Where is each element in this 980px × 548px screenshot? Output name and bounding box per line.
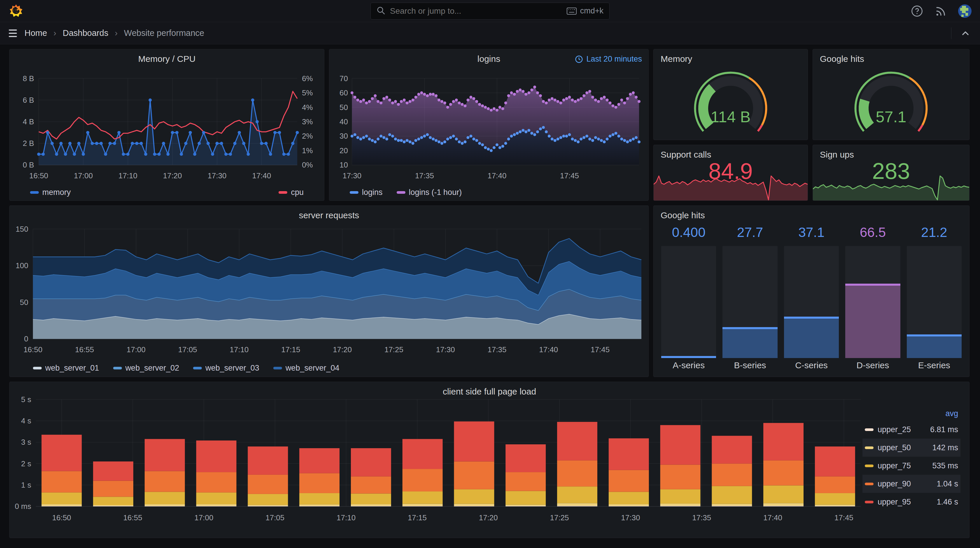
svg-text:20: 20	[339, 147, 348, 155]
bar-value: 0.400	[661, 225, 716, 244]
panel-title: server requests	[10, 210, 648, 220]
legend-header-avg[interactable]: avg	[862, 406, 961, 421]
svg-text:30: 30	[339, 132, 348, 140]
legend-label: web_server_04	[286, 363, 339, 373]
memory-cpu-legend: memorycpu	[30, 188, 304, 197]
bar-fill	[722, 327, 777, 358]
svg-text:17:25: 17:25	[550, 514, 569, 522]
topnav-icons	[910, 4, 972, 18]
legend-label: logins	[362, 188, 383, 197]
svg-text:50: 50	[20, 298, 28, 306]
svg-text:0 B: 0 B	[23, 161, 34, 169]
svg-text:4%: 4%	[302, 103, 313, 112]
search-input[interactable]	[390, 6, 563, 16]
svg-text:16:55: 16:55	[75, 346, 94, 354]
svg-text:40: 40	[339, 118, 348, 126]
legend-row-upper_50[interactable]: upper_50142 ms	[862, 438, 961, 457]
grafana-flame-icon	[9, 3, 23, 19]
news-rss-icon[interactable]	[934, 4, 948, 18]
svg-text:17:10: 17:10	[230, 346, 249, 354]
breadcrumb-separator: ›	[115, 28, 118, 38]
svg-text:17:45: 17:45	[590, 346, 609, 354]
bar-gauge-column-d-series[interactable]: 66.5D-series	[845, 225, 900, 373]
time-range-label[interactable]: Last 20 minutes	[574, 54, 642, 64]
legend-row-upper_25[interactable]: upper_256.81 ms	[862, 421, 961, 438]
help-icon[interactable]	[910, 4, 924, 18]
grafana-logo[interactable]	[8, 3, 24, 19]
user-avatar[interactable]	[958, 4, 972, 18]
svg-text:10: 10	[339, 161, 348, 169]
legend-swatch	[865, 465, 873, 467]
legend-row-upper_75[interactable]: upper_75535 ms	[862, 457, 961, 475]
search-icon	[377, 6, 385, 16]
legend-item-web-server-02[interactable]: web_server_02	[113, 363, 180, 373]
legend-item-web-server-04[interactable]: web_server_04	[273, 363, 339, 373]
sign-ups-value: 283	[813, 158, 969, 185]
legend-series-avg-value: 6.81 ms	[930, 425, 958, 434]
column-googlehits-signups: Google hits 57.1 Sign ups 283	[813, 49, 969, 201]
panel-server-requests: server requests 16:5016:5517:0017:0517:1…	[10, 206, 649, 377]
svg-text:2 B: 2 B	[23, 139, 34, 147]
memory-cpu-chart[interactable]: 16:5017:0017:1017:2017:3017:400 B2 B4 B6…	[10, 49, 324, 201]
legend-label: web_server_02	[126, 363, 180, 373]
svg-text:16:50: 16:50	[52, 514, 71, 522]
bar-value: 27.7	[722, 225, 777, 244]
svg-text:17:15: 17:15	[281, 346, 300, 354]
bar-gauge-column-c-series[interactable]: 37.1C-series	[784, 225, 839, 373]
server-requests-chart[interactable]: 16:5016:5517:0017:0517:1017:1517:2017:25…	[10, 206, 648, 377]
bar-gauge-column-e-series[interactable]: 21.2E-series	[907, 225, 962, 373]
legend-swatch	[397, 191, 406, 194]
server-requests-legend: web_server_01web_server_02web_server_03w…	[33, 363, 628, 373]
grafana-app: cmd+k	[0, 0, 980, 548]
panel-client-load: client side full page load 16:5016:5517:…	[10, 382, 969, 538]
legend-item-cpu[interactable]: cpu	[278, 188, 304, 197]
svg-text:17:20: 17:20	[479, 514, 498, 522]
svg-text:17:10: 17:10	[118, 172, 137, 180]
svg-text:57.1: 57.1	[876, 108, 906, 126]
google-hits-bar-gauge[interactable]: 0.400A-series27.7B-series37.1C-series66.…	[661, 225, 962, 373]
legend-swatch	[865, 501, 873, 503]
bar-track	[661, 246, 716, 358]
svg-text:4 B: 4 B	[23, 118, 34, 126]
panel-title: Memory / CPU	[10, 54, 324, 64]
legend-item-logins-1-hour-[interactable]: logins (-1 hour)	[397, 188, 462, 197]
bar-fill	[845, 284, 900, 358]
breadcrumb-home[interactable]: Home	[24, 28, 47, 38]
bar-track	[784, 246, 839, 358]
column-memory-support: Memory 114 B Support calls 84.9	[653, 49, 808, 201]
legend-row-upper_95[interactable]: upper_951.46 s	[862, 493, 961, 511]
panel-title: Google hits	[661, 210, 705, 220]
svg-text:17:30: 17:30	[436, 346, 455, 354]
breadcrumb-row: Home › Dashboards › Website performance	[0, 22, 980, 45]
bar-gauge-column-a-series[interactable]: 0.400A-series	[661, 225, 716, 373]
svg-text:17:10: 17:10	[337, 514, 356, 522]
legend-series-avg-value: 1.46 s	[937, 497, 958, 507]
bar-fill	[907, 335, 962, 358]
dashboard: Memory / CPU 16:5017:0017:1017:2017:3017…	[0, 45, 980, 543]
svg-text:17:15: 17:15	[408, 514, 427, 522]
legend-series-name: upper_25	[878, 425, 911, 434]
menu-toggle-icon[interactable]	[8, 28, 18, 38]
panel-memory-cpu: Memory / CPU 16:5017:0017:1017:2017:3017…	[10, 49, 325, 201]
svg-text:17:45: 17:45	[560, 172, 579, 180]
legend-item-memory[interactable]: memory	[30, 188, 71, 197]
legend-series-avg-value: 1.04 s	[937, 480, 958, 489]
legend-item-web-server-01[interactable]: web_server_01	[33, 363, 99, 373]
svg-text:17:40: 17:40	[539, 346, 558, 354]
keyboard-icon	[567, 8, 577, 14]
logins-chart[interactable]: 17:3017:3517:4017:4510203040506070	[329, 49, 648, 201]
bar-gauge-column-b-series[interactable]: 27.7B-series	[722, 225, 777, 373]
legend-swatch	[865, 446, 873, 449]
legend-item-logins[interactable]: logins	[350, 188, 383, 197]
legend-item-web-server-03[interactable]: web_server_03	[193, 363, 259, 373]
client-load-chart[interactable]: 16:5016:5517:0017:0517:1017:1517:2017:25…	[10, 382, 969, 538]
svg-text:17:45: 17:45	[834, 514, 853, 522]
bar-track	[907, 246, 962, 358]
search-box[interactable]: cmd+k	[371, 3, 609, 19]
breadcrumb-dashboards[interactable]: Dashboards	[63, 28, 108, 38]
svg-text:17:40: 17:40	[763, 514, 782, 522]
svg-text:17:30: 17:30	[208, 172, 227, 180]
legend-series-name: upper_95	[878, 497, 911, 507]
legend-row-upper_90[interactable]: upper_901.04 s	[862, 475, 961, 493]
chevron-up-icon[interactable]	[958, 26, 972, 40]
